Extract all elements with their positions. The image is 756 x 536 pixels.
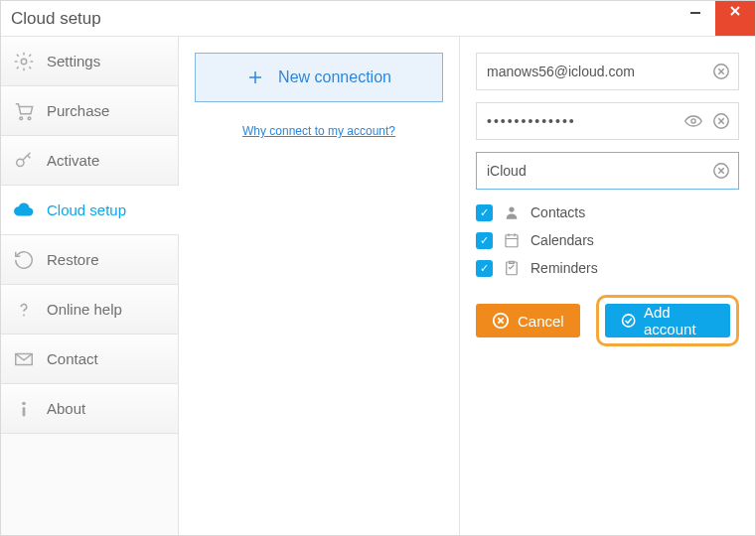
svg-point-2 <box>20 116 23 119</box>
sidebar-item-label: Activate <box>47 152 99 169</box>
envelope-icon <box>13 348 35 370</box>
form-buttons: Cancel Add account <box>476 295 739 346</box>
sync-contacts-checkbox[interactable]: ✓ <box>476 204 493 221</box>
sidebar-item-cloud-setup[interactable]: Cloud setup <box>1 186 179 235</box>
content-area: Settings Purchase Activate Cloud setup R… <box>1 37 755 535</box>
check-circle-icon <box>621 312 636 330</box>
close-icon <box>729 5 741 17</box>
add-account-label: Add account <box>644 304 714 337</box>
service-actions <box>711 152 731 190</box>
cloud-icon <box>13 200 35 221</box>
sync-reminders-row: ✓ Reminders <box>476 259 739 277</box>
sync-calendars-label: Calendars <box>530 232 594 248</box>
window-title: Cloud setup <box>11 9 101 29</box>
cancel-label: Cancel <box>518 313 564 330</box>
sidebar-item-label: Restore <box>47 251 99 268</box>
restore-icon <box>13 249 35 271</box>
sidebar-item-contact[interactable]: Contact <box>1 335 178 384</box>
sidebar-item-restore[interactable]: Restore <box>1 235 178 285</box>
service-field-wrapper <box>476 152 739 190</box>
titlebar: Cloud setup <box>1 1 755 37</box>
sidebar-item-purchase[interactable]: Purchase <box>1 86 178 136</box>
contacts-icon <box>503 203 521 221</box>
svg-point-7 <box>22 401 26 405</box>
new-connection-label: New connection <box>278 68 391 86</box>
sidebar-item-settings[interactable]: Settings <box>1 37 178 86</box>
clear-service-button[interactable] <box>711 161 731 181</box>
calendar-icon <box>503 231 521 249</box>
svg-point-3 <box>28 116 31 119</box>
sidebar-item-label: Purchase <box>47 102 109 119</box>
sync-calendars-row: ✓ Calendars <box>476 231 739 249</box>
sidebar-item-activate[interactable]: Activate <box>1 136 178 186</box>
clear-icon <box>712 162 730 180</box>
plus-icon <box>246 68 264 86</box>
app-window: Cloud setup Settings Purchase Activate <box>0 0 756 536</box>
password-field-wrapper <box>476 102 739 140</box>
cart-icon <box>13 100 35 122</box>
email-input[interactable] <box>476 53 739 90</box>
sync-reminders-label: Reminders <box>530 260 598 276</box>
help-icon <box>13 299 35 321</box>
clear-email-button[interactable] <box>711 62 731 81</box>
add-account-button[interactable]: Add account <box>605 304 730 337</box>
svg-point-10 <box>691 119 695 123</box>
sync-options: ✓ Contacts ✓ Calendars ✓ Reminders <box>476 203 739 277</box>
service-input[interactable] <box>476 152 739 190</box>
sync-reminders-checkbox[interactable]: ✓ <box>476 260 493 277</box>
sidebar: Settings Purchase Activate Cloud setup R… <box>1 37 179 535</box>
sync-calendars-checkbox[interactable]: ✓ <box>476 232 493 249</box>
add-account-highlight: Add account <box>596 295 739 346</box>
svg-point-4 <box>17 159 24 166</box>
new-connection-button[interactable]: New connection <box>195 53 443 102</box>
minimize-button[interactable] <box>676 1 715 36</box>
password-actions <box>683 102 731 140</box>
svg-point-17 <box>622 315 634 327</box>
eye-icon <box>683 111 703 131</box>
svg-point-1 <box>21 59 27 65</box>
sync-contacts-row: ✓ Contacts <box>476 203 739 221</box>
svg-point-5 <box>23 314 25 316</box>
cancel-icon <box>492 312 510 330</box>
clear-password-button[interactable] <box>711 111 731 131</box>
info-icon <box>13 398 35 420</box>
reveal-password-button[interactable] <box>683 111 703 131</box>
help-link[interactable]: Why connect to my account? <box>242 124 395 138</box>
sidebar-item-label: Contact <box>47 350 98 367</box>
svg-rect-14 <box>506 235 518 247</box>
window-controls <box>676 1 755 36</box>
clear-icon <box>712 112 730 130</box>
sidebar-item-about[interactable]: About <box>1 384 178 434</box>
close-button[interactable] <box>715 1 755 36</box>
svg-point-13 <box>509 206 514 211</box>
svg-rect-8 <box>23 407 26 416</box>
minimize-icon <box>689 5 701 17</box>
key-icon <box>13 150 35 172</box>
sidebar-item-label: About <box>47 400 85 417</box>
sidebar-item-online-help[interactable]: Online help <box>1 285 178 335</box>
sync-contacts-label: Contacts <box>530 204 585 220</box>
svg-rect-0 <box>690 12 700 14</box>
cancel-button[interactable]: Cancel <box>476 304 580 337</box>
connections-panel: New connection Why connect to my account… <box>179 37 460 535</box>
gear-icon <box>13 51 35 72</box>
account-form: ✓ Contacts ✓ Calendars ✓ Reminders <box>460 37 755 535</box>
email-field-wrapper <box>476 53 739 90</box>
email-actions <box>711 53 731 90</box>
reminders-icon <box>503 259 521 277</box>
sidebar-item-label: Cloud setup <box>47 201 126 218</box>
sidebar-item-label: Online help <box>47 301 122 318</box>
sidebar-item-label: Settings <box>47 53 100 69</box>
clear-icon <box>712 63 730 80</box>
